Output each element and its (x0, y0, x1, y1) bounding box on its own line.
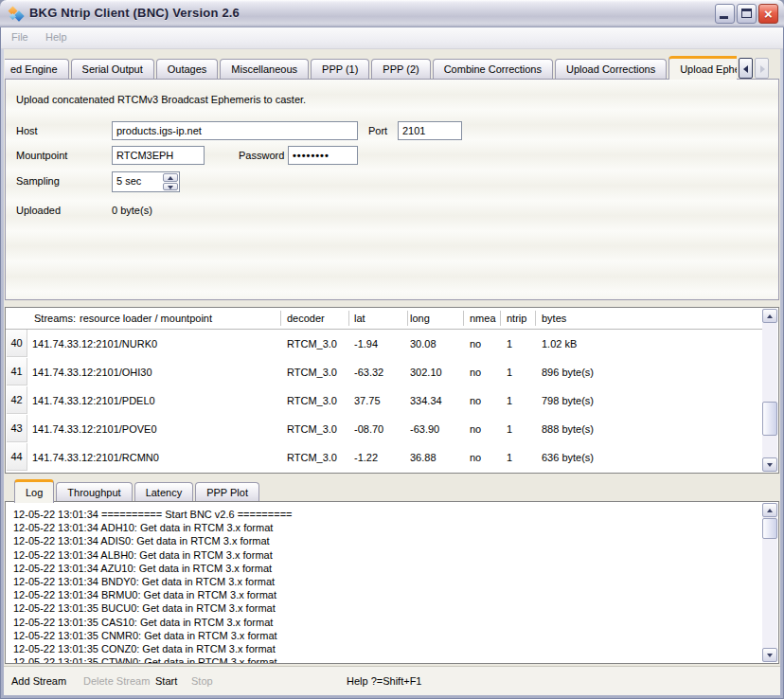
row-number: 40 (7, 330, 27, 357)
tab-feed-engine[interactable]: ed Engine (5, 59, 69, 80)
password-input[interactable] (288, 146, 358, 165)
log-line: 12-05-22 13:01:34 ALBH0: Get data in RTC… (13, 548, 759, 562)
maximize-icon (741, 9, 752, 18)
spin-up-button[interactable] (163, 173, 178, 182)
log-line: 12-05-22 13:01:34 BRMU0: Get data in RTC… (13, 588, 759, 601)
log-line: 12-05-22 13:01:34 ADH10: Get data in RTC… (13, 521, 759, 534)
table-row[interactable]: 40 141.74.33.12:2101/NURK0 RTCM_3.0 -1.9… (6, 330, 762, 358)
header-nmea[interactable]: nmea (470, 308, 496, 329)
cell-lat: -1.22 (354, 443, 378, 472)
header-decoder[interactable]: decoder (287, 308, 325, 329)
cell-mountpoint: 141.74.33.12:2101/NURK0 (32, 330, 157, 358)
cell-long: 334.34 (410, 386, 442, 415)
cell-nmea: no (470, 443, 481, 472)
tab-ppp-1[interactable]: PPP (1) (311, 59, 369, 80)
tab-throughput[interactable]: Throughput (56, 482, 132, 503)
log-panel[interactable]: 12-05-22 13:01:34 ========== Start BNC v… (5, 501, 779, 664)
row-number: 44 (7, 443, 27, 471)
spin-down-button[interactable] (163, 183, 178, 191)
cell-decoder: RTCM_3.0 (287, 330, 337, 358)
cell-mountpoint: 141.74.33.12:2101/PDEL0 (32, 386, 155, 415)
sampling-spinbox[interactable]: 5 sec (112, 171, 180, 192)
arrow-left-icon (743, 65, 748, 73)
maximize-button[interactable] (737, 4, 757, 24)
cell-mountpoint: 141.74.33.12:2101/OHI30 (32, 358, 152, 386)
app-window: BKG Ntrip Client (BNC) Version 2.6 × Fil… (0, 0, 784, 699)
host-label: Host (16, 125, 38, 136)
cell-nmea: no (470, 330, 481, 358)
log-line: 12-05-22 13:01:34 ADIS0: Get data in RTC… (13, 534, 759, 547)
port-label: Port (368, 125, 387, 136)
scroll-up-button[interactable] (762, 309, 777, 323)
tab-miscellaneous[interactable]: Miscellaneous (220, 59, 309, 80)
menu-file[interactable]: File (11, 31, 28, 43)
minimize-button[interactable] (715, 4, 735, 24)
tab-log[interactable]: Log (14, 479, 54, 503)
content-area: ed Engine Serial Output Outages Miscella… (4, 49, 780, 695)
tab-upload-ephemeris[interactable]: Upload Ephemeris (668, 56, 737, 80)
tab-ppp-plot[interactable]: PPP Plot (195, 482, 259, 503)
cell-ntrip: 1 (507, 443, 512, 472)
header-long[interactable]: long (410, 308, 430, 329)
tab-combine-corrections[interactable]: Combine Corrections (433, 59, 553, 80)
tab-scroll-left-button[interactable] (739, 58, 753, 79)
cell-nmea: no (470, 415, 481, 443)
tab-upload-corrections[interactable]: Upload Corrections (555, 59, 667, 80)
cell-ntrip: 1 (507, 415, 512, 443)
tab-outages[interactable]: Outages (156, 59, 219, 80)
tab-ppp-2[interactable]: PPP (2) (371, 59, 430, 80)
header-ntrip[interactable]: ntrip (507, 308, 526, 329)
scrollbar-thumb[interactable] (762, 402, 777, 436)
start-button[interactable]: Start (155, 675, 177, 687)
scroll-down-button[interactable] (762, 457, 777, 472)
sampling-label: Sampling (16, 175, 60, 187)
cell-bytes: 896 byte(s) (542, 358, 594, 386)
delete-stream-button: Delete Stream (83, 675, 150, 687)
panel-description: Upload concatenated RTCMv3 Broadcast Eph… (16, 94, 306, 105)
tab-latency[interactable]: Latency (134, 482, 194, 503)
table-row[interactable]: 42 141.74.33.12:2101/PDEL0 RTCM_3.0 37.7… (6, 386, 762, 415)
scroll-down-button[interactable] (762, 648, 777, 662)
streams-table: Streams: resource loader / mountpoint de… (5, 307, 779, 474)
log-line: 12-05-22 13:01:35 CTWN0: Get data in RTC… (13, 655, 759, 663)
mountpoint-label: Mountpoint (16, 150, 67, 161)
scrollbar-thumb[interactable] (762, 518, 777, 539)
menu-help[interactable]: Help (45, 31, 67, 43)
table-row[interactable]: 44 141.74.33.12:2101/RCMN0 RTCM_3.0 -1.2… (6, 443, 762, 472)
app-icon (9, 6, 25, 22)
close-icon: × (759, 5, 777, 23)
action-bar: Add Stream Delete Stream Start Stop Help… (4, 666, 780, 695)
host-input[interactable] (112, 121, 358, 140)
cell-ntrip: 1 (507, 386, 512, 415)
uploaded-label: Uploaded (16, 205, 61, 216)
mountpoint-input[interactable] (112, 146, 205, 165)
header-mountpoint[interactable]: resource loader / mountpoint (80, 308, 212, 329)
table-row[interactable]: 41 141.74.33.12:2101/OHI30 RTCM_3.0 -63.… (6, 358, 762, 386)
menu-bar: File Help (1, 27, 783, 49)
port-input[interactable] (398, 121, 462, 140)
header-bytes[interactable]: bytes (542, 308, 566, 329)
cell-decoder: RTCM_3.0 (287, 415, 337, 443)
cell-nmea: no (470, 358, 481, 386)
cell-bytes: 1.02 kB (542, 330, 577, 358)
table-row[interactable]: 43 141.74.33.12:2101/POVE0 RTCM_3.0 -08.… (6, 415, 762, 443)
cell-long: 36.88 (410, 443, 437, 472)
streams-scrollbar[interactable] (762, 309, 777, 472)
add-stream-button[interactable]: Add Stream (11, 675, 66, 687)
scroll-up-button[interactable] (762, 503, 777, 517)
help-shortcut-label: Help ?=Shift+F1 (347, 675, 422, 687)
cell-mountpoint: 141.74.33.12:2101/RCMN0 (32, 443, 159, 472)
log-line: 12-05-22 13:01:34 BNDY0: Get data in RTC… (13, 575, 759, 588)
log-scrollbar[interactable] (762, 503, 777, 662)
cell-long: -63.90 (410, 415, 439, 443)
header-lat[interactable]: lat (354, 308, 365, 329)
title-bar[interactable]: BKG Ntrip Client (BNC) Version 2.6 × (0, 0, 784, 27)
cell-long: 30.08 (410, 330, 437, 358)
uploaded-value: 0 byte(s) (112, 205, 152, 216)
sampling-value: 5 sec (116, 175, 141, 187)
tab-serial-output[interactable]: Serial Output (71, 59, 154, 80)
column-separator (348, 311, 349, 326)
streams-table-header: Streams: resource loader / mountpoint de… (6, 308, 762, 329)
cell-bytes: 888 byte(s) (542, 415, 594, 443)
close-button[interactable]: × (758, 4, 778, 24)
